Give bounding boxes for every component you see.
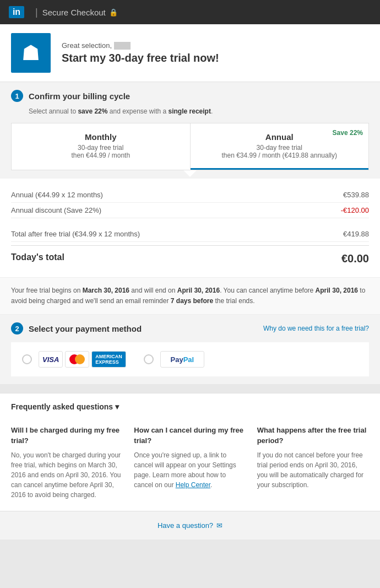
lock-icon: 🔒 — [109, 8, 118, 17]
step-2-number: 2 — [15, 325, 19, 333]
triangle-indicator — [11, 170, 369, 179]
subtitle-highlight: save 22% — [78, 107, 107, 115]
faq-a-2: Once you're signed up, a link to cancel … — [134, 450, 246, 490]
faq-q-1: Will I be charged during my free trial? — [11, 425, 123, 445]
step-1-badge: 1 — [11, 90, 23, 102]
pricing-separator — [11, 245, 369, 246]
mastercard-logo — [65, 351, 89, 368]
payment-title: Select your payment method — [29, 324, 142, 333]
card-radio[interactable] — [22, 354, 32, 364]
payment-header-left: 2 Select your payment method — [11, 322, 142, 335]
monthly-title: Monthly — [20, 132, 181, 142]
paypal-pal: Pal — [183, 355, 194, 364]
faq-chevron-icon: ▾ — [115, 402, 119, 411]
visa-logo: VISA — [39, 351, 63, 368]
today-total-row: Today's total €0.00 — [11, 249, 369, 268]
trial-date1: March 30, 2016 — [83, 287, 129, 294]
header-title: Secure Checkout 🔒 — [42, 8, 118, 17]
payment-header: 2 Select your payment method Why do we n… — [11, 322, 369, 335]
subtitle-end: . — [211, 107, 213, 115]
logo-text: in — [13, 7, 20, 17]
trial-date3: April 30, 2016 — [316, 287, 358, 294]
subtitle-highlight2: single receipt — [169, 107, 211, 115]
avatar-box: ☗ — [11, 33, 51, 73]
pricing-label-3: Total after free trial (€34.99 x 12 mont… — [11, 230, 140, 238]
trial-text3: . You can cancel anytime before — [220, 287, 315, 294]
paypal-text: PayPal — [171, 355, 194, 364]
linkedin-logo: in — [9, 6, 24, 18]
billing-section: 1 Confirm your billing cycle Select annu… — [0, 82, 380, 179]
annual-price: then €34.99 / month (€419.88 annually) — [199, 152, 360, 159]
pricing-label-2: Annual discount (Save 22%) — [11, 206, 101, 214]
trial-text5: the trial ends. — [213, 297, 254, 305]
headline-text: Start my 30-day free trial now! — [62, 52, 219, 64]
faq-header[interactable]: Frequently asked questions ▾ — [0, 393, 380, 420]
email-icon: ✉ — [216, 521, 222, 530]
payment-section: 2 Select your payment method Why do we n… — [0, 315, 380, 384]
faq-a2-end: . — [210, 481, 212, 489]
billing-options: Monthly 30-day free trial then €44.99 / … — [11, 123, 369, 170]
card-logos: VISA AMERICANEXPRESS — [39, 351, 126, 368]
pricing-amount-1: €539.88 — [343, 191, 369, 199]
faq-col-1: Will I be charged during my free trial? … — [11, 425, 123, 499]
pricing-row-2: Annual discount (Save 22%) -€120.00 — [11, 203, 369, 218]
paypal-logo: PayPal — [160, 351, 204, 368]
amex-logo: AMERICANEXPRESS — [91, 351, 126, 368]
hero-headline: Start my 30-day free trial now! — [62, 52, 219, 64]
annual-option[interactable]: Save 22% Annual 30-day free trial then €… — [191, 123, 369, 170]
monthly-trial: 30-day free trial — [20, 144, 181, 152]
faq-content: Will I be charged during my free trial? … — [0, 420, 380, 510]
footer-text: Have a question? — [158, 521, 213, 530]
paypal-radio[interactable] — [144, 354, 154, 364]
billing-title: Confirm your billing cycle — [29, 91, 130, 101]
have-question-link[interactable]: Have a question? ✉ — [158, 521, 222, 530]
faq-col-3: What happens after the free trial period… — [257, 425, 369, 499]
billing-subtitle: Select annual to save 22% and expense wi… — [11, 107, 369, 115]
hero-text: Great selection, Start my 30-day free tr… — [62, 41, 219, 65]
header-divider: | — [35, 7, 38, 18]
monthly-price: then €44.99 / month — [20, 152, 181, 159]
footer: Have a question? ✉ — [0, 511, 380, 540]
name-placeholder — [114, 42, 131, 50]
faq-a-3: If you do not cancel before your free tr… — [257, 450, 369, 490]
subtitle-suffix: and expense with a — [107, 107, 168, 115]
faq-section: Frequently asked questions ▾ Will I be c… — [0, 393, 380, 510]
pricing-row-1: Annual (€44.99 x 12 months) €539.88 — [11, 187, 369, 203]
faq-col-2: How can I cancel during my free trial? O… — [134, 425, 246, 499]
greeting-text: Great selection, — [62, 41, 112, 50]
pricing-row-3: Total after free trial (€34.99 x 12 mont… — [11, 226, 369, 242]
annual-trial: 30-day free trial — [199, 144, 360, 152]
payment-options: VISA AMERICANEXPRESS PayPal — [11, 342, 369, 376]
pricing-label-1: Annual (€44.99 x 12 months) — [11, 191, 103, 199]
step-2-badge: 2 — [11, 322, 23, 335]
pricing-amount-3: €419.88 — [343, 230, 369, 238]
subtitle-prefix: Select annual to — [29, 107, 78, 115]
hero-greeting: Great selection, — [62, 41, 219, 50]
faq-a-1: No, you won't be charged during your fre… — [11, 450, 123, 500]
faq-help-link[interactable]: Help Center — [176, 481, 210, 489]
trial-text2: and will end on — [129, 287, 177, 294]
avatar-icon: ☗ — [21, 41, 40, 65]
trial-notice: Your free trial begins on March 30, 2016… — [0, 277, 380, 315]
faq-q-3: What happens after the free trial period… — [257, 425, 369, 445]
today-label: Today's total — [11, 252, 64, 265]
monthly-option[interactable]: Monthly 30-day free trial then €44.99 / … — [12, 123, 190, 170]
header: in | Secure Checkout 🔒 — [0, 0, 380, 24]
hero-section: ☗ Great selection, Start my 30-day free … — [0, 24, 380, 82]
faq-title: Frequently asked questions — [11, 402, 113, 411]
step-1-number: 1 — [15, 92, 19, 100]
trial-date2: April 30, 2016 — [177, 287, 220, 294]
trial-text1: Your free trial begins on — [11, 287, 83, 294]
mc-orange-circle — [75, 354, 85, 364]
billing-header: 1 Confirm your billing cycle — [11, 90, 369, 102]
pricing-section: Annual (€44.99 x 12 months) €539.88 Annu… — [0, 179, 380, 277]
annual-save-badge: Save 22% — [333, 129, 363, 137]
paypal-pay: Pay — [171, 355, 183, 364]
checkout-title: Secure Checkout — [42, 8, 106, 17]
faq-q-2: How can I cancel during my free trial? — [134, 425, 246, 445]
trial-highlight: 7 days before — [171, 297, 213, 305]
why-link[interactable]: Why do we need this for a free trial? — [263, 325, 369, 332]
today-amount: €0.00 — [341, 252, 369, 265]
mc-circles — [69, 354, 85, 364]
pricing-amount-2: -€120.00 — [341, 206, 369, 214]
